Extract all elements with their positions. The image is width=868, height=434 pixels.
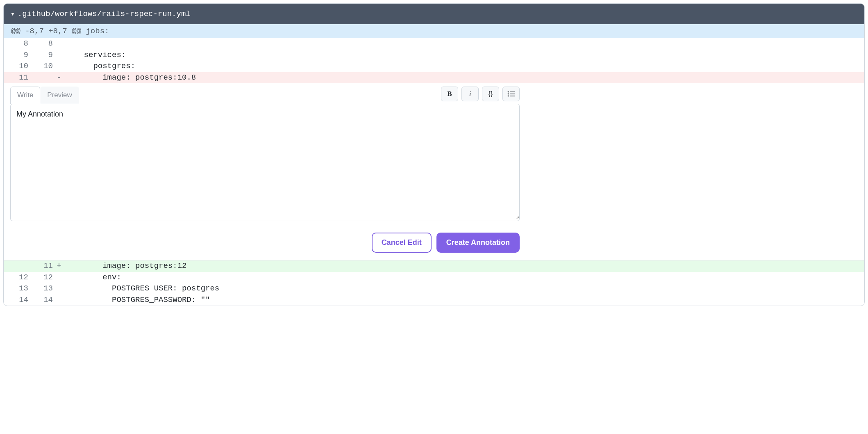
old-line-number: 12 <box>4 272 28 283</box>
list-button[interactable] <box>502 87 520 101</box>
new-line-number: 10 <box>28 61 53 72</box>
line-content <box>65 38 864 50</box>
old-line-number: 11 <box>4 72 28 84</box>
new-line-number: 12 <box>28 272 53 283</box>
line-content: POSTGRES_PASSWORD: "" <box>65 295 864 306</box>
annotation-toolbar: Write Preview B i {} <box>10 83 520 104</box>
new-line-number: 14 <box>28 295 53 306</box>
diff-line[interactable]: 1010 postgres: <box>4 61 864 72</box>
collapse-caret-icon[interactable]: ▼ <box>11 11 14 17</box>
svg-rect-1 <box>510 91 515 92</box>
annotation-textarea[interactable] <box>11 104 519 219</box>
svg-point-0 <box>508 91 509 93</box>
create-annotation-button[interactable]: Create Annotation <box>436 233 520 253</box>
new-line-number <box>28 72 53 84</box>
old-line-number: 10 <box>4 61 28 72</box>
italic-button[interactable]: i <box>461 87 479 101</box>
line-content: image: postgres:12 <box>65 260 864 272</box>
list-icon <box>507 91 515 97</box>
tab-write[interactable]: Write <box>10 87 40 104</box>
diff-table-before: 8899 services:1010 postgres:11- image: p… <box>4 38 864 83</box>
old-line-number: 13 <box>4 283 28 295</box>
new-line-number: 13 <box>28 283 53 295</box>
diff-container: ▼ .github/workflows/rails-rspec-run.yml … <box>3 3 865 306</box>
annotation-tabs: Write Preview <box>10 87 79 104</box>
diff-marker <box>53 283 65 295</box>
old-line-number: 8 <box>4 38 28 50</box>
diff-line[interactable]: 88 <box>4 38 864 50</box>
line-content: image: postgres:10.8 <box>65 72 864 84</box>
cancel-edit-label: Cancel Edit <box>382 238 422 247</box>
cancel-edit-button[interactable]: Cancel Edit <box>372 233 432 253</box>
tab-preview[interactable]: Preview <box>40 87 79 104</box>
braces-icon: {} <box>488 90 493 98</box>
annotation-textarea-wrap <box>10 104 520 221</box>
diff-line[interactable]: 11+ image: postgres:12 <box>4 260 864 272</box>
diff-marker <box>53 272 65 283</box>
new-line-number: 9 <box>28 50 53 61</box>
diff-marker: + <box>53 260 65 272</box>
tab-write-label: Write <box>17 91 33 99</box>
diff-line[interactable]: 11- image: postgres:10.8 <box>4 72 864 84</box>
file-path: .github/workflows/rails-rspec-run.yml <box>18 9 191 18</box>
diff-marker <box>53 61 65 72</box>
bold-button[interactable]: B <box>441 87 458 101</box>
diff-marker <box>53 295 65 306</box>
diff-marker: - <box>53 72 65 84</box>
bold-icon: B <box>447 90 452 98</box>
file-header[interactable]: ▼ .github/workflows/rails-rspec-run.yml <box>4 4 864 24</box>
diff-marker <box>53 50 65 61</box>
svg-point-4 <box>508 96 509 97</box>
italic-icon: i <box>469 90 471 98</box>
svg-rect-5 <box>510 96 515 96</box>
old-line-number: 9 <box>4 50 28 61</box>
diff-marker <box>53 38 65 50</box>
diff-table-after: 11+ image: postgres:121212 env:1313 POST… <box>4 260 864 306</box>
line-content: postgres: <box>65 61 864 72</box>
create-annotation-label: Create Annotation <box>446 238 510 247</box>
svg-point-2 <box>508 94 509 95</box>
diff-line[interactable]: 99 services: <box>4 50 864 61</box>
svg-rect-3 <box>510 94 515 94</box>
tab-preview-label: Preview <box>47 91 72 99</box>
annotation-panel: Write Preview B i {} <box>4 83 864 260</box>
hunk-header-text: @@ -8,7 +8,7 @@ jobs: <box>11 27 109 36</box>
new-line-number: 11 <box>28 260 53 272</box>
code-button[interactable]: {} <box>482 87 499 101</box>
old-line-number: 14 <box>4 295 28 306</box>
new-line-number: 8 <box>28 38 53 50</box>
diff-line[interactable]: 1212 env: <box>4 272 864 283</box>
line-content: env: <box>65 272 864 283</box>
annotation-actions: Cancel Edit Create Annotation <box>10 233 520 253</box>
old-line-number <box>4 260 28 272</box>
format-buttons: B i {} <box>441 87 520 104</box>
line-content: POSTGRES_USER: postgres <box>65 283 864 295</box>
diff-line[interactable]: 1313 POSTGRES_USER: postgres <box>4 283 864 295</box>
diff-line[interactable]: 1414 POSTGRES_PASSWORD: "" <box>4 295 864 306</box>
hunk-header: @@ -8,7 +8,7 @@ jobs: <box>4 24 864 38</box>
line-content: services: <box>65 50 864 61</box>
